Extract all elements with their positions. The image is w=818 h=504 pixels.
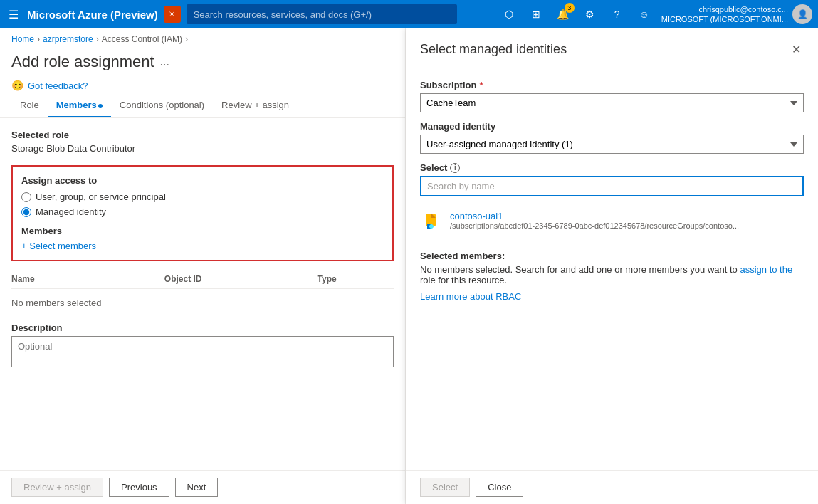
global-search-input[interactable] (187, 4, 457, 24)
feedback-icon[interactable]: ☺ (634, 4, 654, 24)
previous-button[interactable]: Previous (109, 478, 169, 497)
tab-role[interactable]: Role (11, 94, 48, 117)
radio-managed-identity-label: Managed identity (36, 206, 106, 217)
subscription-dropdown[interactable]: CacheTeam (420, 93, 804, 112)
tab-conditions[interactable]: Conditions (optional) (111, 94, 213, 117)
access-type-radio-group: User, group, or service principal Manage… (21, 191, 384, 217)
select-info-icon[interactable]: i (450, 163, 460, 173)
subscription-field: Subscription * CacheTeam (420, 80, 804, 112)
breadcrumb: Home › azrpremstore › Access Control (IA… (0, 28, 405, 50)
identity-name: contoso-uai1 (450, 211, 804, 221)
identity-info: contoso-uai1 /subscriptions/abcdef01-234… (450, 211, 804, 230)
notifications-icon[interactable]: 🔔 3 (553, 4, 573, 24)
members-dot (98, 104, 103, 108)
members-section: Members + Select members (21, 226, 384, 251)
navbar-icons: ⬡ ⊞ 🔔 3 ⚙ ? ☺ chrisqpublic@contoso.c... … (499, 4, 812, 25)
modal-header: Select managed identities ✕ (406, 28, 818, 68)
select-label: Select i (420, 162, 804, 173)
col-id-header: Object ID (164, 274, 318, 284)
modal-close-button[interactable]: Close (476, 478, 523, 497)
selected-role-label: Selected role (11, 130, 394, 140)
app-title: Microsoft Azure (Preview) (27, 9, 158, 21)
col-name-header: Name (11, 274, 164, 284)
main-layout: Home › azrpremstore › Access Control (IA… (0, 28, 818, 504)
subscription-label: Subscription * (420, 80, 804, 90)
modal-select-button[interactable]: Select (420, 478, 470, 497)
members-title: Members (21, 226, 384, 236)
help-icon[interactable]: ? (607, 4, 627, 24)
notification-badge: 3 (565, 3, 575, 13)
tab-review-assign[interactable]: Review + assign (213, 94, 298, 117)
user-name: chrisqpublic@contoso.c... (661, 4, 788, 14)
page-header: Add role assignment ... (0, 50, 405, 77)
managed-identity-field: Managed identity User-assigned managed i… (420, 121, 804, 154)
assign-highlight: assign to the (740, 264, 792, 275)
page-title: Add role assignment (11, 53, 154, 71)
members-table-header: Name Object ID Type (11, 270, 394, 289)
table-empty-text: No members selected (11, 292, 394, 314)
user-tenant: MICROSOFT (MICROSOFT.ONMI... (661, 14, 788, 24)
radio-user-group[interactable]: User, group, or service principal (21, 191, 384, 202)
settings-icon[interactable]: ⚙ (580, 4, 600, 24)
managed-identity-dropdown[interactable]: User-assigned managed identity (1) (420, 135, 804, 154)
identity-icon (420, 211, 443, 233)
managed-identity-label: Managed identity (420, 121, 804, 132)
identity-path: /subscriptions/abcdef01-2345-6789-0abc-d… (450, 221, 804, 230)
next-button[interactable]: Next (175, 478, 219, 497)
breadcrumb-home[interactable]: Home (11, 34, 34, 44)
hamburger-menu-icon[interactable]: ☰ (6, 5, 21, 24)
modal-close-icon[interactable]: ✕ (789, 40, 804, 59)
radio-user-group-label: User, group, or service principal (36, 191, 166, 202)
modal-title: Select managed identities (420, 42, 567, 57)
user-avatar: 👤 (792, 4, 812, 24)
cloud-shell-icon[interactable]: ⬡ (499, 4, 519, 24)
tab-bar: Role Members Conditions (optional) Revie… (0, 94, 405, 118)
review-assign-button[interactable]: Review + assign (11, 478, 103, 497)
user-profile[interactable]: chrisqpublic@contoso.c... MICROSOFT (MIC… (661, 4, 812, 25)
col-type-header: Type (318, 274, 394, 284)
navbar: ☰ Microsoft Azure (Preview) ☀ ⬡ ⊞ 🔔 3 ⚙ … (0, 0, 818, 28)
radio-managed-identity[interactable]: Managed identity (21, 206, 384, 217)
feedback-bar[interactable]: 😊 Got feedback? (0, 77, 405, 94)
description-section: Description (11, 322, 394, 369)
description-input[interactable] (11, 336, 394, 367)
feedback-emoji-icon: 😊 (11, 80, 23, 91)
tab-members[interactable]: Members (48, 94, 111, 117)
modal-panel: Select managed identities ✕ Subscription… (406, 28, 818, 504)
page-options-icon[interactable]: ... (160, 56, 169, 68)
feedback-label: Got feedback? (28, 80, 88, 91)
subscription-required: * (479, 80, 483, 90)
search-by-name-input[interactable] (420, 176, 804, 196)
modal-footer: Select Close (406, 470, 818, 504)
assign-access-title: Assign access to (21, 175, 384, 186)
selected-members-section: Selected members: No members selected. S… (420, 251, 804, 302)
select-members-link[interactable]: + Select members (21, 241, 384, 251)
selected-members-label: Selected members: (420, 251, 505, 261)
azure-icon: ☀ (164, 6, 181, 23)
breadcrumb-store[interactable]: azrpremstore (43, 34, 93, 44)
panel-content: Selected role Storage Blob Data Contribu… (0, 118, 405, 470)
modal-body: Subscription * CacheTeam Managed identit… (406, 68, 818, 470)
identity-list-item[interactable]: contoso-uai1 /subscriptions/abcdef01-234… (420, 205, 804, 239)
learn-more-rbac-link[interactable]: Learn more about RBAC (420, 291, 804, 302)
radio-managed-identity-input[interactable] (21, 207, 31, 217)
radio-user-group-input[interactable] (21, 192, 31, 202)
panel-footer: Review + assign Previous Next (0, 470, 405, 504)
portal-settings-icon[interactable]: ⊞ (526, 4, 546, 24)
selected-members-text: No members selected. Search for and add … (420, 264, 804, 285)
breadcrumb-iam: Access Control (IAM) (102, 34, 182, 44)
left-panel: Home › azrpremstore › Access Control (IA… (0, 28, 406, 504)
description-label: Description (11, 322, 394, 333)
assign-access-box: Assign access to User, group, or service… (11, 165, 394, 261)
select-search-field: Select i (420, 162, 804, 196)
selected-role-value: Storage Blob Data Contributor (11, 143, 394, 154)
